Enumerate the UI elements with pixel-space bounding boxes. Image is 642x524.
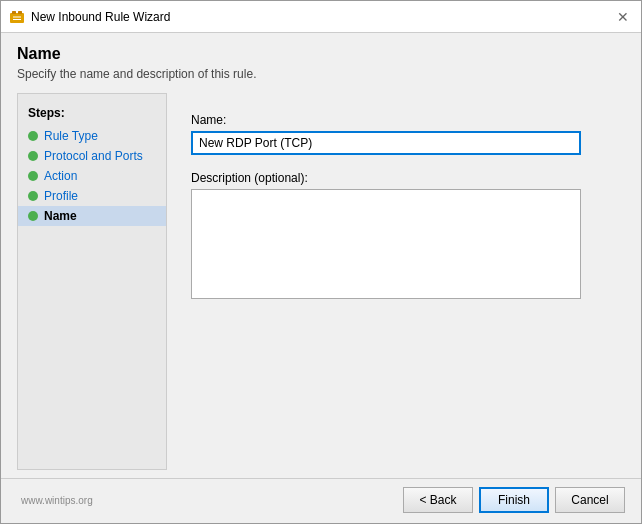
steps-sidebar: Steps: Rule Type Protocol and Ports Acti… <box>17 93 167 470</box>
sidebar-item-protocol-ports[interactable]: Protocol and Ports <box>18 146 166 166</box>
watermark: www.wintips.org <box>17 495 93 506</box>
page-subtitle: Specify the name and description of this… <box>17 67 625 81</box>
step-indicator-name <box>28 211 38 221</box>
step-indicator-profile <box>28 191 38 201</box>
sidebar-item-name[interactable]: Name <box>18 206 166 226</box>
svg-rect-0 <box>10 13 24 23</box>
description-textarea[interactable] <box>191 189 581 299</box>
wizard-footer: www.wintips.org < Back Finish Cancel <box>1 478 641 523</box>
sidebar-label-profile: Profile <box>44 189 78 203</box>
back-button[interactable]: < Back <box>403 487 473 513</box>
name-field-group: Name: <box>191 113 601 155</box>
sidebar-label-action: Action <box>44 169 77 183</box>
sidebar-item-action[interactable]: Action <box>18 166 166 186</box>
step-indicator-action <box>28 171 38 181</box>
close-button[interactable]: ✕ <box>613 7 633 27</box>
window-title: New Inbound Rule Wizard <box>31 10 613 24</box>
description-label: Description (optional): <box>191 171 601 185</box>
body-area: Steps: Rule Type Protocol and Ports Acti… <box>17 93 625 470</box>
window-icon <box>9 9 25 25</box>
sidebar-label-name: Name <box>44 209 77 223</box>
name-input[interactable] <box>191 131 581 155</box>
wizard-window: New Inbound Rule Wizard ✕ Name Specify t… <box>0 0 642 524</box>
sidebar-label-rule-type: Rule Type <box>44 129 98 143</box>
steps-label: Steps: <box>18 102 166 126</box>
sidebar-item-profile[interactable]: Profile <box>18 186 166 206</box>
wizard-content: Name Specify the name and description of… <box>1 33 641 478</box>
step-indicator-rule-type <box>28 131 38 141</box>
cancel-button[interactable]: Cancel <box>555 487 625 513</box>
finish-wrapper: Finish <box>479 487 549 513</box>
svg-rect-1 <box>12 11 16 14</box>
sidebar-label-protocol-ports: Protocol and Ports <box>44 149 143 163</box>
finish-button[interactable]: Finish <box>479 487 549 513</box>
page-title: Name <box>17 45 625 63</box>
name-label: Name: <box>191 113 601 127</box>
main-panel: Name: Description (optional): <box>167 93 625 470</box>
title-bar: New Inbound Rule Wizard ✕ <box>1 1 641 33</box>
step-indicator-protocol-ports <box>28 151 38 161</box>
sidebar-item-rule-type[interactable]: Rule Type <box>18 126 166 146</box>
svg-rect-2 <box>18 11 22 14</box>
description-field-group: Description (optional): <box>191 171 601 302</box>
